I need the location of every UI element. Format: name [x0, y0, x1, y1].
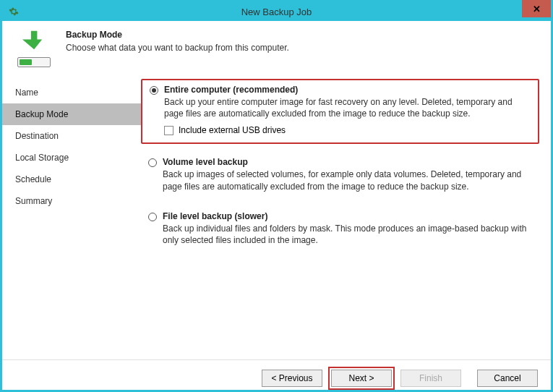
content: Name Backup Mode Destination Local Stora…: [2, 79, 551, 359]
dialog-window: New Backup Job ✕ Backup Mode Choose what…: [0, 0, 553, 392]
option-title: Entire computer (recommended): [164, 85, 531, 95]
main-panel: Entire computer (recommended) Back up yo…: [141, 79, 551, 359]
previous-button[interactable]: < Previous: [262, 370, 322, 387]
sidebar-item-local-storage[interactable]: Local Storage: [2, 147, 141, 169]
option-desc: Back up individual files and folders by …: [163, 223, 532, 246]
sidebar-item-name[interactable]: Name: [2, 82, 141, 103]
option-title: File level backup (slower): [163, 211, 532, 221]
sidebar-item-destination[interactable]: Destination: [2, 125, 141, 147]
cancel-button[interactable]: Cancel: [477, 370, 538, 387]
checkbox-label: Include external USB drives: [179, 125, 286, 135]
option-title: Volume level backup: [163, 157, 532, 167]
option-volume-level: Volume level backup Back up images of se…: [141, 153, 539, 199]
radio-volume-level[interactable]: [148, 158, 157, 167]
radio-file-level[interactable]: [148, 213, 157, 221]
drive-icon: [17, 57, 51, 67]
include-usb-row: Include external USB drives: [164, 125, 531, 135]
option-desc: Back up images of selected volumes, for …: [163, 169, 532, 192]
radio-entire-computer[interactable]: [150, 86, 158, 95]
header-title: Backup Mode: [66, 30, 289, 40]
title-bar: New Backup Job ✕: [2, 2, 551, 21]
header-icon: [15, 30, 53, 73]
sidebar-item-schedule[interactable]: Schedule: [2, 169, 141, 190]
option-desc: Back up your entire computer image for f…: [164, 96, 531, 119]
footer: < Previous Next > Finish Cancel: [2, 359, 551, 392]
wizard-header: Backup Mode Choose what data you want to…: [2, 21, 551, 79]
header-subtitle: Choose what data you want to backup from…: [66, 43, 289, 53]
sidebar-item-summary[interactable]: Summary: [2, 190, 141, 212]
header-text: Backup Mode Choose what data you want to…: [66, 30, 289, 73]
finish-button: Finish: [400, 370, 461, 387]
checkbox-include-usb[interactable]: [164, 126, 173, 135]
close-button[interactable]: ✕: [522, 0, 551, 17]
window-title: New Backup Job: [2, 7, 551, 17]
sidebar-item-backup-mode[interactable]: Backup Mode: [2, 103, 141, 125]
next-button-highlight: Next >: [328, 367, 395, 390]
next-button[interactable]: Next >: [331, 370, 392, 387]
option-entire-computer: Entire computer (recommended) Back up yo…: [141, 79, 539, 144]
option-file-level: File level backup (slower) Back up indiv…: [141, 207, 539, 253]
wizard-steps: Name Backup Mode Destination Local Stora…: [2, 79, 141, 359]
arrow-down-icon: [20, 30, 48, 54]
